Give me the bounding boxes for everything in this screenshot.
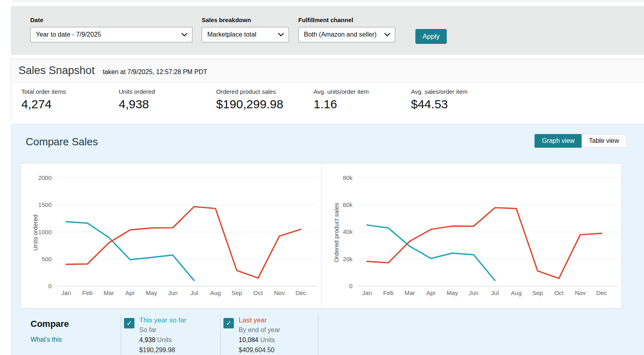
metric-total-order-items: Total order items 4,274 xyxy=(21,88,119,111)
metric-units-ordered: Units ordered 4,938 xyxy=(119,88,216,111)
legend-item-units: 10,084 Units xyxy=(239,336,280,344)
metric-label: Ordered product sales xyxy=(216,88,314,95)
svg-text:80k: 80k xyxy=(343,174,353,181)
svg-text:Ordered product sales: Ordered product sales xyxy=(332,203,339,262)
legend-item-label: Last year xyxy=(239,316,280,324)
table-view-button[interactable]: Table view xyxy=(582,134,627,148)
svg-text:40k: 40k xyxy=(343,229,353,235)
units-suffix: Units xyxy=(157,336,172,343)
svg-text:Jul: Jul xyxy=(491,289,499,296)
sales-breakdown-select[interactable]: Marketplace total xyxy=(202,27,289,42)
sales-snapshot-card: Sales Snapshot taken at 7/9/2025, 12:57:… xyxy=(11,59,644,120)
legend-item-this-year: ✓ This year so far So far 4,938 Units $1… xyxy=(121,314,220,355)
svg-text:500: 500 xyxy=(41,256,52,262)
this-year-checkbox[interactable]: ✓ xyxy=(124,318,134,328)
sales-breakdown-filter-group: Sales breakdown Marketplace total xyxy=(202,17,289,42)
compare-sales-section: Compare Sales Graph view Table view 0500… xyxy=(11,124,644,355)
apply-button[interactable]: Apply xyxy=(415,29,447,44)
date-filter-group: Date Year to date - 7/9/2025 xyxy=(30,17,192,42)
svg-text:1000: 1000 xyxy=(38,229,52,235)
ordered-product-sales-chart: 020k40k60k80kJanFebMarAprMayJunJulAugSep… xyxy=(321,163,622,308)
whats-this-link[interactable]: What's this xyxy=(31,336,121,343)
legend-item-sublabel: By end of year xyxy=(239,326,280,334)
sales-dashboard-page: Date Year to date - 7/9/2025 Sales break… xyxy=(11,0,644,355)
legend-item-sales: $190,299.98 xyxy=(139,347,186,354)
metric-label: Units ordered xyxy=(119,88,216,95)
svg-text:Aug: Aug xyxy=(511,289,522,296)
svg-text:May: May xyxy=(146,289,157,296)
legend-item-units: 4,938 Units xyxy=(139,336,186,344)
chevron-down-icon xyxy=(182,33,187,37)
svg-text:Nov: Nov xyxy=(274,289,285,296)
metric-ordered-product-sales: Ordered product sales $190,299.98 xyxy=(216,88,314,111)
svg-text:0: 0 xyxy=(48,283,52,289)
svg-text:Jan: Jan xyxy=(362,289,372,296)
legend-item-sublabel: So far xyxy=(139,326,186,334)
metric-label: Total order items xyxy=(21,88,119,95)
fulfillment-channel-value: Both (Amazon and seller) xyxy=(304,31,377,38)
check-icon: ✓ xyxy=(126,319,132,328)
svg-text:0: 0 xyxy=(349,283,352,289)
metric-value: 1.16 xyxy=(314,97,411,111)
compare-legend: Compare What's this ✓ This year so far S… xyxy=(11,314,644,355)
svg-text:Mar: Mar xyxy=(404,289,415,296)
sales-breakdown-value: Marketplace total xyxy=(207,31,256,38)
date-select[interactable]: Year to date - 7/9/2025 xyxy=(30,27,192,42)
units-value: 4,938 xyxy=(139,336,155,343)
legend-item-label: This year so far xyxy=(139,316,186,324)
svg-text:Mar: Mar xyxy=(103,289,114,296)
fulfillment-channel-filter-group: Fulfillment channel Both (Amazon and sel… xyxy=(298,17,395,42)
compare-legend-intro: Compare What's this xyxy=(11,314,121,355)
units-value: 10,084 xyxy=(239,336,258,343)
svg-text:Oct: Oct xyxy=(254,289,263,296)
svg-text:60k: 60k xyxy=(343,201,353,208)
svg-text:1500: 1500 xyxy=(38,201,52,208)
compare-sales-chart-card: 0500100015002000JanFebMarAprMayJunJulAug… xyxy=(20,163,622,309)
svg-text:Jul: Jul xyxy=(190,289,198,296)
units-ordered-chart: 0500100015002000JanFebMarAprMayJunJulAug… xyxy=(21,163,321,308)
svg-text:Sep: Sep xyxy=(532,289,543,296)
metric-value: $44.53 xyxy=(411,97,508,111)
legend-divider xyxy=(318,314,318,355)
svg-text:Dec: Dec xyxy=(596,289,607,296)
compare-sales-title: Compare Sales xyxy=(26,134,98,148)
fulfillment-channel-select[interactable]: Both (Amazon and seller) xyxy=(298,27,395,42)
metric-value: 4,274 xyxy=(21,97,119,111)
svg-text:20k: 20k xyxy=(343,256,353,262)
date-select-value: Year to date - 7/9/2025 xyxy=(36,31,101,38)
legend-item-sales: $409,604.50 xyxy=(239,347,280,354)
svg-text:Jan: Jan xyxy=(61,289,71,296)
metric-label: Avg. sales/order item xyxy=(411,88,508,95)
metric-value: $190,299.98 xyxy=(216,97,314,111)
svg-text:Sep: Sep xyxy=(231,289,242,296)
svg-text:Jun: Jun xyxy=(469,289,478,296)
metric-avg-sales-order-item: Avg. sales/order item $44.53 xyxy=(411,88,508,111)
metric-avg-units-order-item: Avg. units/order item 1.16 xyxy=(314,88,411,111)
graph-view-button[interactable]: Graph view xyxy=(535,134,582,148)
svg-text:2000: 2000 xyxy=(38,174,52,181)
legend-item-last-year: ✓ Last year By end of year 10,084 Units … xyxy=(220,314,318,355)
svg-text:Nov: Nov xyxy=(575,289,586,296)
view-toggle: Graph view Table view xyxy=(535,134,627,148)
snapshot-metrics-row: Total order items 4,274 Units ordered 4,… xyxy=(11,83,644,120)
svg-text:Apr: Apr xyxy=(426,289,436,296)
sales-snapshot-header: Sales Snapshot taken at 7/9/2025, 12:57:… xyxy=(11,59,644,83)
svg-text:Feb: Feb xyxy=(82,289,93,296)
compare-sales-header: Compare Sales Graph view Table view xyxy=(11,124,644,148)
chevron-down-icon xyxy=(384,33,390,37)
compare-legend-title: Compare xyxy=(31,319,121,329)
last-year-checkbox[interactable]: ✓ xyxy=(223,318,234,328)
svg-text:Feb: Feb xyxy=(383,289,393,296)
svg-text:Apr: Apr xyxy=(126,289,135,296)
metric-label: Avg. units/order item xyxy=(314,88,411,95)
chevron-down-icon xyxy=(278,33,284,37)
date-filter-label: Date xyxy=(30,17,192,23)
svg-text:Dec: Dec xyxy=(295,289,306,296)
svg-text:Units ordered: Units ordered xyxy=(32,215,39,251)
units-suffix: Units xyxy=(260,336,275,343)
svg-text:Jun: Jun xyxy=(168,289,178,296)
filter-bar: Date Year to date - 7/9/2025 Sales break… xyxy=(11,6,644,55)
svg-text:May: May xyxy=(446,289,458,296)
svg-text:Aug: Aug xyxy=(210,289,221,296)
svg-text:Oct: Oct xyxy=(554,289,564,296)
